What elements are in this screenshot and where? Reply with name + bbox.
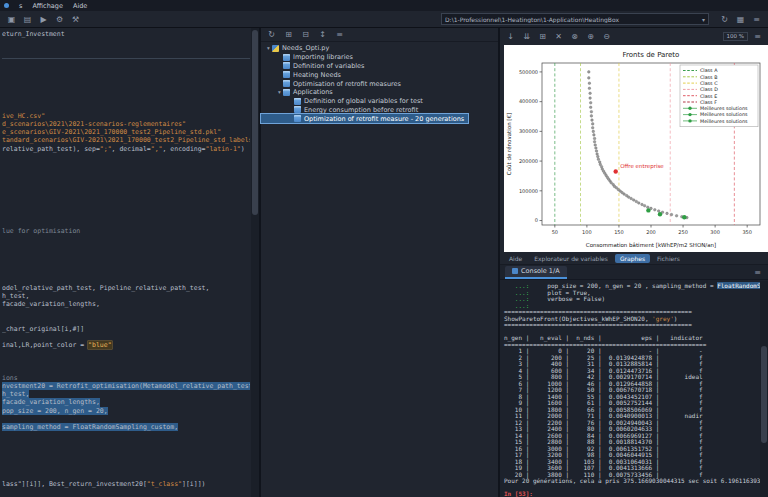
expander-icon[interactable]: ▾	[276, 89, 283, 95]
editor-scrollbar[interactable]	[251, 28, 259, 497]
zoom-in-icon[interactable]: ⊕	[585, 31, 596, 42]
editor-line	[2, 456, 250, 464]
plots-toolbar-right: 100 % ≡	[723, 31, 763, 42]
tree-item-label: Heating Needs	[293, 71, 341, 79]
console-pane: Console 1/A ≡ ...: pop_size = 200, n_gen…	[500, 265, 768, 497]
editor-line: pop_size = 200, n_gen = 20,	[2, 407, 250, 415]
run-icon[interactable]: ▶	[38, 14, 49, 25]
console-tab-label: Console 1/A	[521, 267, 560, 275]
svg-text:350: 350	[742, 229, 752, 235]
menu-bar: sAffichageAide	[0, 0, 768, 11]
figure-canvas: 5010015020025030035001000002000003000004…	[504, 45, 768, 252]
editor-line	[2, 235, 250, 243]
layout-icon[interactable]: ▦	[735, 14, 746, 25]
console-header: Console 1/A ≡	[500, 265, 768, 280]
tab-explorateur-de-variables[interactable]: Explorateur de variables	[529, 254, 613, 263]
zoom-level[interactable]: 100 %	[723, 32, 748, 41]
menu-affichage[interactable]: Affichage	[32, 2, 63, 10]
code-editor[interactable]: eturn_Investment ive_HC.csv"d_scenarios\…	[0, 28, 259, 497]
editor-line: sampling_method = FloatRandomSampling_cu…	[2, 423, 250, 431]
svg-text:300: 300	[710, 229, 720, 235]
svg-text:150: 150	[614, 229, 624, 235]
editor-line: ive_HC.csv"	[2, 112, 250, 120]
app-icon	[4, 3, 9, 8]
tree-item-label: Applications	[293, 88, 333, 96]
tree-item[interactable]: ▾Applications	[261, 88, 337, 97]
refresh-icon[interactable]: ↻	[266, 29, 277, 40]
editor-line	[2, 161, 250, 169]
expander-icon[interactable]: ▾	[265, 45, 272, 51]
working-directory-selector[interactable]: D:\1-Professionnel\1-Heatington\1-Applic…	[441, 13, 709, 25]
tree-item[interactable]: Heating Needs	[261, 70, 345, 79]
window-icons: ↻▦≡	[719, 14, 762, 25]
svg-text:Meilleures solutions: Meilleures solutions	[700, 119, 748, 124]
plots-menu-icon[interactable]: ≡	[752, 31, 763, 42]
tab-aide[interactable]: Aide	[504, 254, 527, 263]
editor-line: _chart_original[i,#]]	[2, 325, 250, 333]
console-output[interactable]: ...: pop_size = 200, n_gen = 20 , sampli…	[500, 281, 760, 497]
expander-spacer	[276, 81, 283, 87]
open-file-icon[interactable]: ▤	[22, 14, 33, 25]
collapse-all-icon[interactable]: ⊟	[300, 29, 311, 40]
plots-pane: ↓⇊⊞✕⊗⊕⊖ 100 % ≡ 501001502002503003500100…	[500, 28, 768, 264]
editor-line: lass"][i]], Best_return_investment20["t_…	[2, 480, 250, 488]
tools-icon[interactable]: ⚒	[70, 14, 81, 25]
tab-console-1a[interactable]: Console 1/A	[505, 266, 567, 279]
pareto-chart: 5010015020025030035001000002000003000004…	[504, 45, 766, 251]
copy-plot-icon[interactable]: ⊞	[537, 31, 548, 42]
svg-text:100: 100	[582, 229, 592, 235]
panes-icon[interactable]: ▣	[6, 14, 17, 25]
sort-icon[interactable]: ↕	[317, 29, 328, 40]
cell-icon	[283, 80, 290, 87]
tree-item[interactable]: Importing libraries	[261, 53, 357, 62]
tree-item-label: Optimization of retrofit measure - 20 ge…	[304, 115, 464, 123]
console-scrollbar[interactable]	[760, 281, 768, 497]
editor-line	[2, 448, 250, 456]
zoom-out-icon[interactable]: ⊖	[601, 31, 612, 42]
tree-item-label: Energy consumption before retrofit	[304, 106, 418, 114]
menu-s[interactable]: s	[19, 2, 22, 10]
save-all-plots-icon[interactable]: ⇊	[521, 31, 532, 42]
tab-fichiers[interactable]: Fichiers	[652, 254, 685, 263]
tab-graphes[interactable]: Graphes	[615, 254, 650, 263]
tree-item[interactable]: Definition of variables	[261, 62, 368, 71]
menu-icon[interactable]: ≡	[751, 14, 762, 25]
preferences-icon[interactable]: ⚙	[54, 14, 65, 25]
editor-line: tandard_scenarios\GIV-2021\2021_170000_t…	[2, 136, 250, 144]
svg-text:300000: 300000	[519, 128, 538, 134]
editor-line	[2, 349, 250, 357]
tree-item[interactable]: Optimisation of retrofit measures	[261, 79, 405, 88]
svg-text:250: 250	[678, 229, 688, 235]
editor-line	[2, 186, 250, 194]
svg-text:0: 0	[535, 217, 538, 223]
editor-line: facade_variation_lengths,	[2, 300, 250, 308]
expander-spacer	[276, 54, 283, 60]
editor-line	[2, 218, 250, 226]
remove-plot-icon[interactable]: ✕	[553, 31, 564, 42]
remove-all-plots-icon[interactable]: ⊗	[569, 31, 580, 42]
svg-text:Class D: Class D	[700, 87, 718, 92]
expander-spacer	[287, 98, 294, 104]
tree-item[interactable]: ▾Needs_Opti.py	[261, 44, 333, 53]
svg-text:Fronts de Pareto: Fronts de Pareto	[623, 51, 680, 59]
editor-line	[2, 71, 250, 79]
svg-text:Class A: Class A	[700, 68, 718, 73]
save-plot-icon[interactable]: ↓	[505, 31, 516, 42]
tree-item[interactable]: Energy consumption before retrofit	[261, 106, 422, 115]
options-menu-icon[interactable]: ≡	[334, 29, 345, 40]
tree-item[interactable]: Optimization of retrofit measure - 20 ge…	[261, 114, 468, 123]
editor-scrollbar-thumb[interactable]	[252, 30, 258, 215]
expand-all-icon[interactable]: ⊞	[283, 29, 294, 40]
editor-code[interactable]: eturn_Investment ive_HC.csv"d_scenarios\…	[2, 30, 250, 497]
cell-divider	[2, 55, 250, 59]
svg-text:100000: 100000	[519, 188, 538, 194]
refresh-icon[interactable]: ↻	[719, 14, 730, 25]
chevron-down-icon[interactable]: ▾	[702, 16, 705, 23]
tree-item[interactable]: Definition of global variables for test	[261, 97, 427, 106]
console-menu-icon[interactable]: ≡	[752, 267, 763, 278]
right-column: ↓⇊⊞✕⊗⊕⊖ 100 % ≡ 501001502002503003500100…	[500, 28, 768, 497]
editor-line: h_test,	[2, 390, 250, 398]
menu-aide[interactable]: Aide	[73, 2, 87, 10]
editor-line	[2, 202, 250, 210]
console-scrollbar-thumb[interactable]	[761, 346, 767, 443]
